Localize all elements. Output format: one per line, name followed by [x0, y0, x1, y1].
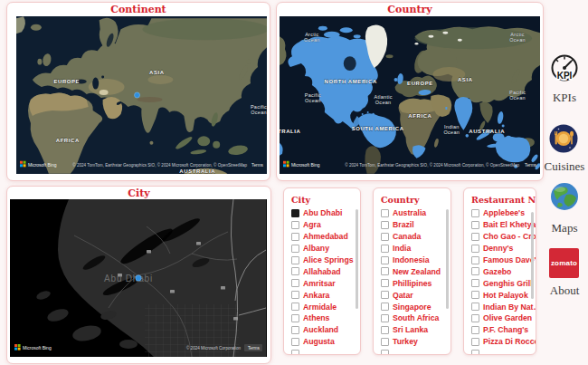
checkbox[interactable] — [291, 338, 299, 346]
checkbox[interactable] — [471, 326, 479, 334]
checkbox[interactable] — [471, 314, 479, 322]
slicer-item[interactable]: Turkey — [374, 336, 450, 348]
checkbox[interactable] — [291, 350, 299, 355]
country-map[interactable]: ArcticOcean ArcticOcean NORTH AMERICA EU… — [280, 16, 540, 174]
globe-icon[interactable] — [550, 182, 579, 211]
slicer-item[interactable] — [284, 348, 360, 355]
slicer-item[interactable]: Amritsar — [284, 277, 360, 289]
checkbox[interactable] — [381, 209, 389, 217]
checkbox[interactable] — [471, 350, 479, 355]
slicer-item[interactable]: Abu Dhabi — [284, 207, 360, 219]
slicer-item[interactable]: Athens — [284, 312, 360, 324]
scrollbar[interactable] — [356, 209, 359, 309]
slicer-item[interactable]: Phillipines — [374, 277, 450, 289]
slicer-item[interactable]: Olive Garden — [464, 312, 536, 324]
slicer-item[interactable]: Allahabad — [284, 265, 360, 277]
checkbox[interactable] — [471, 256, 479, 264]
slicer-item[interactable]: Hot Palayok — [464, 289, 536, 301]
slicer-item[interactable]: Alice Springs — [284, 255, 360, 266]
slicer-item[interactable]: Pizza Di Rocco — [464, 336, 536, 348]
continent-map[interactable]: EUROPE ASIA AFRICA PacificOcean AUSTRALI… — [16, 16, 267, 174]
slicer-item[interactable]: New Zealand — [374, 265, 450, 277]
scrollbar[interactable] — [531, 212, 535, 299]
checkbox[interactable] — [381, 245, 389, 253]
slicer-item[interactable]: Cho Gao - Cro… — [464, 231, 536, 243]
slicer-item[interactable]: South Africa — [374, 312, 450, 324]
slicer-item[interactable]: Albany — [284, 243, 360, 255]
slicer-item-label: India — [393, 244, 411, 253]
slicer-item[interactable]: Qatar — [374, 289, 450, 301]
checkbox[interactable] — [381, 279, 389, 287]
city-map[interactable]: Abu Dhabi Microsoft Bing © 2024 Microsof… — [10, 199, 267, 357]
checkbox[interactable] — [291, 245, 299, 253]
checkbox[interactable] — [381, 350, 389, 355]
checkbox[interactable] — [291, 279, 299, 287]
checkbox[interactable] — [471, 303, 479, 311]
slicer-item[interactable]: Australia — [374, 207, 450, 219]
slicer-item[interactable] — [374, 348, 450, 355]
kpi-gauge-icon[interactable]: KPI — [548, 52, 581, 84]
slicer-item[interactable]: Singapore — [374, 301, 450, 312]
zomato-logo-icon[interactable]: zomato — [549, 248, 579, 278]
slicer-item[interactable]: Ankara — [284, 289, 360, 301]
checkbox[interactable] — [381, 338, 389, 346]
slicer-item[interactable]: Agra — [284, 219, 360, 231]
cuisines-plate-icon[interactable] — [549, 124, 578, 153]
checkbox[interactable] — [291, 256, 299, 264]
checkbox[interactable] — [381, 233, 389, 241]
map-marker[interactable] — [135, 92, 140, 98]
checkbox[interactable] — [471, 279, 479, 287]
slicer-item[interactable]: Augusta — [284, 336, 360, 348]
slicer-item[interactable]: Sri Lanka — [374, 324, 450, 336]
slicer-item[interactable]: Applebee's — [464, 207, 536, 219]
terms-link[interactable]: Terms — [525, 163, 537, 168]
checkbox[interactable] — [471, 291, 479, 299]
checkbox[interactable] — [381, 326, 389, 334]
slicer-item-label: New Zealand — [393, 267, 441, 276]
checkbox[interactable] — [291, 221, 299, 229]
checkbox[interactable] — [291, 291, 299, 299]
country-world-map-image: ArcticOcean ArcticOcean NORTH AMERICA EU… — [280, 16, 540, 174]
checkbox[interactable] — [381, 256, 389, 264]
checkbox[interactable] — [381, 291, 389, 299]
slicer-item-label: Turkey — [393, 337, 418, 346]
slicer-item-label: Canada — [393, 232, 421, 241]
slicer-item[interactable]: Ahmedabad — [284, 231, 360, 243]
checkbox[interactable] — [471, 338, 479, 346]
checkbox[interactable] — [291, 233, 299, 241]
checkbox[interactable] — [291, 326, 299, 334]
terms-link[interactable]: Terms — [251, 163, 264, 168]
slicer-item[interactable]: Auckland — [284, 324, 360, 336]
checkbox[interactable] — [381, 314, 389, 322]
slicer-item[interactable]: India — [374, 243, 450, 255]
checkbox[interactable] — [291, 303, 299, 311]
country-label-south-america: SOUTH AMERICA — [352, 126, 404, 131]
slicer-item[interactable]: Armidale — [284, 301, 360, 312]
slicer-item[interactable]: Famous Dave'… — [464, 255, 536, 266]
checkbox[interactable] — [471, 221, 479, 229]
slicer-item[interactable]: Brazil — [374, 219, 450, 231]
slicer-item[interactable]: Bait El Khetyar — [464, 219, 536, 231]
checkbox[interactable] — [291, 209, 299, 217]
checkbox[interactable] — [471, 245, 479, 253]
checkbox[interactable] — [471, 267, 479, 275]
checkbox[interactable] — [291, 267, 299, 275]
checkbox[interactable] — [471, 209, 479, 217]
slicer-item[interactable]: Denny's — [464, 243, 536, 255]
slicer-item[interactable]: Genghis Grill — [464, 277, 536, 289]
continent-world-map-image: EUROPE ASIA AFRICA PacificOcean AUSTRALI… — [16, 16, 267, 174]
slicer-item[interactable]: Canada — [374, 231, 450, 243]
checkbox[interactable] — [381, 267, 389, 275]
slicer-item[interactable]: Indian By Nat… — [464, 301, 536, 312]
scrollbar[interactable] — [446, 209, 450, 309]
checkbox[interactable] — [291, 314, 299, 322]
slicer-item[interactable] — [464, 348, 536, 355]
map-marker[interactable] — [136, 275, 141, 281]
slicer-item[interactable]: Gazebo — [464, 265, 536, 277]
checkbox[interactable] — [471, 233, 479, 241]
terms-link[interactable]: Terms — [248, 346, 261, 351]
checkbox[interactable] — [381, 303, 389, 311]
slicer-item[interactable]: Indonesia — [374, 255, 450, 266]
slicer-item[interactable]: P.F. Chang's — [464, 324, 536, 336]
checkbox[interactable] — [381, 221, 389, 229]
